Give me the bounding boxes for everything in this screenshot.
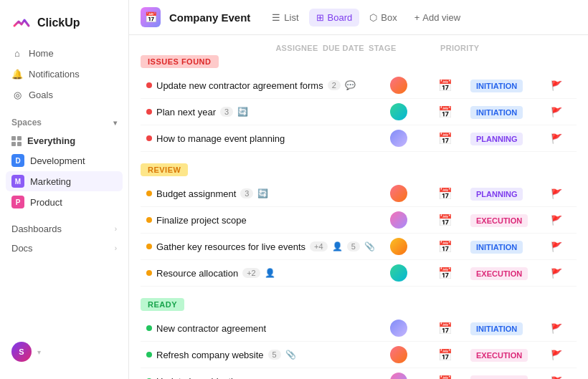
task-name: Refresh company website xyxy=(156,350,264,360)
due-cell: 📅 xyxy=(420,348,470,362)
due-col-header: DUE DATE xyxy=(318,44,369,52)
assignee-cell xyxy=(377,185,420,202)
assignee-cell xyxy=(377,77,420,94)
avatar xyxy=(390,77,407,94)
group-review-badge: REVIEW xyxy=(141,163,188,176)
status-cell: INITIATION xyxy=(470,241,542,252)
sidebar-item-development[interactable]: D Development xyxy=(6,150,123,171)
group-review-header[interactable]: REVIEW xyxy=(141,163,577,176)
refresh-icon: 🔄 xyxy=(257,188,268,198)
task-row[interactable]: Budget assignment 3 🔄 📅 PLANNING 🚩 xyxy=(141,181,577,207)
task-row[interactable]: New contractor agreement 📅 INITIATION 🚩 xyxy=(141,315,577,342)
sidebar-item-home[interactable]: ⌂ Home xyxy=(6,43,123,63)
add-view-button[interactable]: + Add view xyxy=(407,9,468,27)
assignee-cell xyxy=(377,320,420,337)
sidebar-nav: ⌂ Home 🔔 Notifications ◎ Goals xyxy=(0,43,128,105)
due-cell: 📅 xyxy=(420,240,470,254)
task-row[interactable]: Plan next year 3 🔄 📅 INITIATION 🚩 xyxy=(141,99,577,125)
board-content: ASSIGNEE DUE DATE STAGE PRIORITY ISSUES … xyxy=(129,35,588,379)
status-cell: EXECUTION xyxy=(470,350,542,360)
task-dot xyxy=(146,135,152,141)
add-icon: + xyxy=(414,12,420,23)
board-tab-label: Board xyxy=(328,12,353,23)
chevron-right-docs-icon: › xyxy=(115,244,117,252)
spaces-section-header[interactable]: Spaces ▾ xyxy=(6,115,123,130)
grid-icon xyxy=(11,136,22,146)
person-icon2: 👤 xyxy=(265,268,275,278)
avatar xyxy=(390,103,407,120)
priority-cell: 🚩 xyxy=(542,268,571,279)
view-tabs: ☰ List ⊞ Board ⬡ Box + Add view xyxy=(265,9,468,27)
priority-cell: 🚩 xyxy=(542,133,571,144)
sidebar-item-dashboards[interactable]: Dashboards › xyxy=(6,219,123,239)
avatar xyxy=(390,373,407,379)
status-cell: INITIATION xyxy=(470,323,542,334)
sidebar-item-product[interactable]: P Product xyxy=(6,192,123,212)
status-cell: EXECUTION xyxy=(470,215,542,226)
task-row[interactable]: Refresh company website 5 📎 📅 EXECUTION … xyxy=(141,342,577,368)
task-name: Update new contractor agreement forms xyxy=(156,80,323,91)
priority-cell: 🚩 xyxy=(542,80,571,91)
task-badge: 3 xyxy=(220,107,233,117)
status-badge: INITIATION xyxy=(470,241,523,254)
task-dot xyxy=(146,352,152,358)
logo[interactable]: ClickUp xyxy=(0,9,128,43)
task-dot xyxy=(146,82,152,88)
sidebar-item-notifications[interactable]: 🔔 Notifications xyxy=(6,64,123,84)
task-dot xyxy=(146,217,152,223)
board-tab-icon: ⊞ xyxy=(316,12,324,23)
task-name: New contractor agreement xyxy=(156,323,266,334)
sidebar-item-marketing[interactable]: M Marketing xyxy=(6,171,123,191)
task-name-cell: Finalize project scope xyxy=(146,215,377,226)
task-row[interactable]: Update new contractor agreement forms 2 … xyxy=(141,72,577,99)
task-row[interactable]: Update key objectives 📅 EXECUTION 🚩 xyxy=(141,368,577,379)
task-dot xyxy=(146,191,152,196)
task-row[interactable]: How to manage event planning 📅 PLANNING … xyxy=(141,125,577,152)
group-ready-header[interactable]: READY xyxy=(141,298,577,311)
comment-icon: 💬 xyxy=(345,80,356,90)
tab-list[interactable]: ☰ List xyxy=(265,9,305,27)
status-badge: PLANNING xyxy=(470,188,523,201)
refresh-icon: 🔄 xyxy=(237,107,248,117)
attach-icon2: 📎 xyxy=(285,350,296,360)
box-tab-icon: ⬡ xyxy=(369,12,377,23)
assignee-cell xyxy=(377,130,420,147)
tab-board[interactable]: ⊞ Board xyxy=(309,9,360,27)
due-cell: 📅 xyxy=(420,375,470,380)
task-badge: +2 xyxy=(242,268,260,278)
sidebar-item-everything[interactable]: Everything xyxy=(6,132,123,150)
status-cell: EXECUTION xyxy=(470,376,542,380)
avatar xyxy=(390,211,407,229)
priority-cell: 🚩 xyxy=(542,323,571,334)
list-tab-label: List xyxy=(284,12,298,23)
task-badge: 3 xyxy=(240,188,253,198)
status-cell: INITIATION xyxy=(470,80,542,91)
tab-box[interactable]: ⬡ Box xyxy=(362,9,404,27)
task-name-cell: Update key objectives xyxy=(146,376,377,380)
task-name-cell: How to manage event planning xyxy=(146,133,377,144)
task-row[interactable]: Finalize project scope 📅 EXECUTION 🚩 xyxy=(141,207,577,234)
group-issues-header[interactable]: ISSUES FOUND xyxy=(141,55,577,68)
priority-cell: 🚩 xyxy=(542,107,571,117)
task-name: Gather key resources for live events xyxy=(156,241,305,252)
task-row[interactable]: Resource allocation +2 👤 📅 EXECUTION 🚩 xyxy=(141,260,577,287)
task-name: Finalize project scope xyxy=(156,215,247,226)
task-row[interactable]: Gather key resources for live events +4 … xyxy=(141,234,577,260)
assignee-col-header: ASSIGNEE xyxy=(275,44,318,52)
sidebar-item-docs[interactable]: Docs › xyxy=(6,239,123,258)
sidebar-item-goals[interactable]: ◎ Goals xyxy=(6,85,123,105)
spaces-list: Everything D Development M Marketing P P… xyxy=(6,132,123,212)
spaces-section: Spaces ▾ Everything D Development xyxy=(0,115,128,212)
task-name: Resource allocation xyxy=(156,268,238,279)
sidebar-item-goals-label: Goals xyxy=(29,90,53,100)
task-name-cell: Budget assignment 3 🔄 xyxy=(146,188,377,199)
sidebar-item-home-label: Home xyxy=(29,48,54,59)
task-dot xyxy=(146,244,152,249)
priority-col-header: PRIORITY xyxy=(440,44,469,52)
group-issues: ISSUES FOUND Update new contractor agree… xyxy=(141,55,577,152)
status-badge: INITIATION xyxy=(470,322,523,335)
status-badge: INITIATION xyxy=(470,80,523,92)
sidebar-footer[interactable]: S ▾ xyxy=(0,333,128,370)
task-badge2: 5 xyxy=(347,241,360,251)
task-name-cell: Update new contractor agreement forms 2 … xyxy=(146,80,377,91)
